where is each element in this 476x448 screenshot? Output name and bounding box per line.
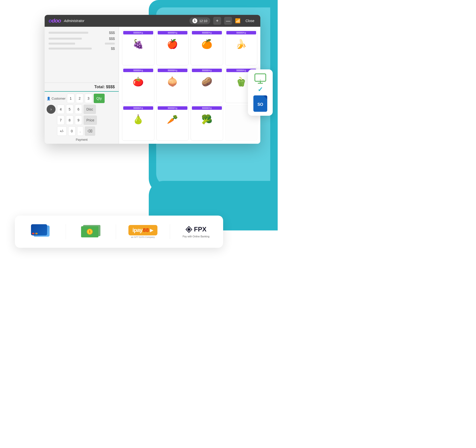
product-broccoli[interactable]: $$$$$/Kg 🥦 [191, 105, 223, 141]
receipt-items: $$$ $$$ $$ [45, 27, 119, 83]
receipt-total: Total: $$$$ [45, 83, 119, 91]
person-icon: 👤 [47, 97, 51, 100]
receipt-panel: $$$ $$$ $$ Total: $$$$ [45, 27, 119, 144]
product-orange[interactable]: $$$$$/Kg 🍊 [191, 30, 223, 65]
coin-icon: $ [87, 229, 93, 235]
ipay88-sub: an NTT DATA Company [131, 236, 155, 238]
product-potato[interactable]: $$$$$/Kg 🥔 [191, 67, 223, 103]
so-document: SO [253, 95, 267, 112]
product-badge-carrot: $$$$$/Kg [158, 106, 188, 110]
fpx-payment-option[interactable]: FPX Pay with Online Banking [182, 225, 209, 238]
payment-panel: $ ipay 88 ▶ an NTT DATA Company FPX Pay … [15, 216, 223, 248]
product-badge-grapes: $$$$$/Kg [123, 31, 153, 34]
header-admin-label: Administrator [64, 19, 186, 23]
product-badge-pear: $$$$$/Kg [123, 106, 153, 110]
key-2[interactable]: 2 [76, 94, 83, 103]
backspace-button[interactable]: ⌫ [85, 126, 95, 136]
fpx-top: FPX [185, 225, 207, 233]
key-6[interactable]: 6 [75, 105, 82, 114]
receipt-bar-3a [49, 43, 75, 45]
monitor-icon [254, 73, 266, 84]
price-button[interactable]: Price [84, 115, 97, 125]
divider-3 [170, 224, 170, 239]
ipay88-payment-option[interactable]: ipay 88 ▶ an NTT DATA Company [128, 225, 157, 238]
product-tomatoes[interactable]: $$$$$/Kg 🍅 [122, 67, 154, 103]
carrot-icon: 🥕 [164, 111, 181, 128]
card-dot-2 [35, 233, 38, 234]
product-apples[interactable]: $$$$$/Kg 🍎 [156, 30, 189, 65]
tomatoes-icon: 🍅 [129, 73, 147, 90]
payment-button[interactable]: Payment [76, 138, 88, 141]
product-badge-orange: $$$$$/Kg [192, 31, 222, 34]
orange-icon: 🍊 [198, 35, 215, 53]
add-session-button[interactable]: + [213, 17, 221, 25]
remove-session-button[interactable]: — [224, 17, 232, 25]
product-badge-banana: $$$$$/Kg [226, 31, 256, 34]
key-5[interactable]: 5 [66, 105, 73, 114]
product-badge-apples: $$$$$/Kg [158, 31, 188, 34]
total-value: $$$$ [106, 85, 115, 89]
grapes-icon: 🍇 [129, 35, 147, 53]
fpx-name: FPX [194, 225, 207, 233]
customer-button[interactable]: 👤 Customer [47, 97, 65, 100]
pos-body: $$$ $$$ $$ Total: $$$$ [45, 27, 260, 144]
numpad-top-row: 👤 Customer 1 2 3 Qty [47, 94, 117, 103]
card-payment-option[interactable] [29, 222, 53, 242]
receipt-price-4: $$ [111, 47, 115, 51]
receipt-bar-3b [105, 43, 115, 45]
product-onion[interactable]: $$$$$/Kg 🧅 [156, 67, 189, 103]
product-badge-tomatoes: $$$$$/Kg [123, 69, 153, 72]
ipay88-number: 88 [143, 227, 149, 233]
doc-fold [263, 95, 267, 99]
cash-payment-option[interactable]: $ [79, 223, 103, 241]
key-4[interactable]: 4 [57, 105, 64, 114]
cash-stack: $ [81, 225, 101, 239]
product-badge-onion: $$$$$/Kg [158, 69, 188, 72]
product-carrot[interactable]: $$$$$/Kg 🥕 [156, 105, 189, 141]
pos-header: odoo Administrator 1 12:10 + — 📶 Close [45, 15, 260, 27]
check-icon: ✓ [258, 86, 263, 93]
bill-front: $ [81, 226, 98, 237]
svg-marker-1 [187, 228, 191, 231]
fpx-sub: Pay with Online Banking [182, 235, 209, 238]
key-0[interactable]: 0 [68, 126, 76, 136]
apples-icon: 🍎 [164, 35, 181, 53]
odoo-logo: odoo [49, 18, 61, 24]
onion-icon: 🧅 [164, 73, 181, 90]
key-plusminus[interactable]: +/- [57, 126, 67, 136]
receipt-bar-4 [49, 48, 92, 50]
right-side-card: ✓ SO [248, 69, 273, 116]
key-dot[interactable]: . [77, 126, 84, 136]
receipt-price-1: $$$ [109, 31, 115, 35]
pear-icon: 🍐 [129, 111, 147, 128]
product-grapes[interactable]: $$$$$/Kg 🍇 [122, 30, 154, 65]
monitor-svg [254, 73, 266, 84]
key-7[interactable]: 7 [57, 115, 64, 125]
divider-2 [116, 224, 116, 239]
product-pear[interactable]: $$$$$/Kg 🍐 [122, 105, 154, 141]
go-button[interactable]: › [47, 105, 56, 114]
fpx-diamond-icon [185, 226, 192, 233]
key-1[interactable]: 1 [67, 94, 74, 103]
product-banana[interactable]: $$$$$/Kg 🍌 [225, 30, 258, 65]
banana-icon: 🍌 [233, 35, 250, 53]
key-8[interactable]: 8 [66, 115, 73, 125]
key-9[interactable]: 9 [75, 115, 82, 125]
disc-button[interactable]: Disc [84, 105, 96, 114]
total-label: Total: [94, 85, 105, 89]
receipt-line-3 [49, 43, 115, 45]
key-3[interactable]: 3 [85, 94, 92, 103]
qty-button[interactable]: Qty [94, 94, 105, 103]
receipt-line-4: $$ [49, 47, 115, 51]
card-dots [32, 233, 38, 234]
card-front [31, 224, 47, 235]
numpad-area: 👤 Customer 1 2 3 Qty › 4 5 6 Disc 7 [45, 91, 119, 144]
wifi-icon: 📶 [235, 18, 240, 24]
pos-window: odoo Administrator 1 12:10 + — 📶 Close $… [45, 15, 260, 144]
product-badge-potato: $$$$$/Kg [192, 69, 222, 72]
session-time: 12:10 [199, 19, 208, 23]
potato-icon: 🥔 [198, 73, 215, 90]
broccoli-icon: 🥦 [198, 111, 215, 128]
svg-point-5 [260, 80, 261, 81]
close-button[interactable]: Close [243, 18, 256, 24]
